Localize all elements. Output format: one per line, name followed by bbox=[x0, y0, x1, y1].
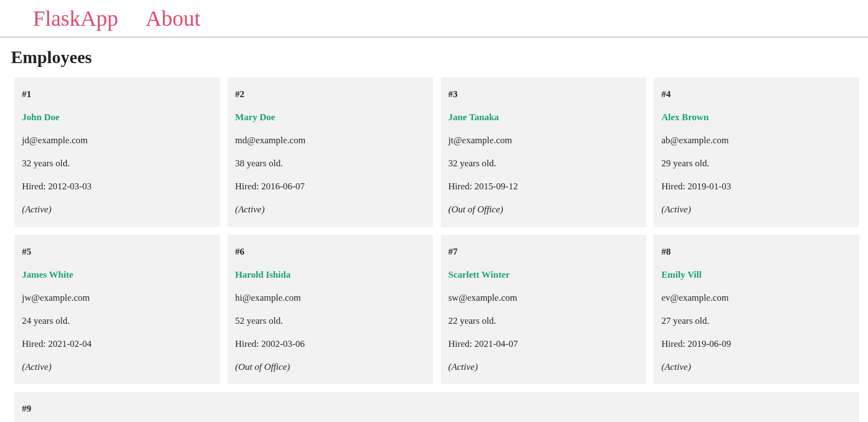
employee-age: 24 years old. bbox=[22, 315, 212, 327]
employee-email: hi@example.com bbox=[235, 292, 426, 304]
employee-status: (Active) bbox=[235, 204, 426, 216]
employee-age: 32 years old. bbox=[449, 157, 639, 170]
employee-age: 29 years old. bbox=[661, 157, 852, 170]
employee-card: #6Harold Ishidahi@example.com52 years ol… bbox=[228, 235, 433, 385]
employee-age: 22 years old. bbox=[449, 315, 639, 327]
page-title: Employees bbox=[11, 47, 863, 67]
brand-link[interactable]: FlaskApp bbox=[33, 5, 118, 31]
employee-card: #9 bbox=[14, 392, 859, 422]
employee-card: #5James Whitejw@example.com24 years old.… bbox=[14, 235, 220, 385]
employee-hired: Hired: 2016-06-07 bbox=[235, 181, 426, 193]
employee-email: md@example.com bbox=[235, 134, 426, 147]
employee-status: (Active) bbox=[22, 361, 212, 373]
employee-email: jw@example.com bbox=[22, 292, 212, 304]
employee-id: #5 bbox=[22, 246, 212, 258]
employee-hired: Hired: 2021-02-04 bbox=[22, 338, 212, 350]
employee-card: #3Jane Tanakajt@example.com32 years old.… bbox=[441, 77, 646, 227]
employee-id: #2 bbox=[235, 88, 426, 100]
employee-status: (Out of Office) bbox=[235, 361, 426, 373]
employee-grid: #1John Doejd@example.com32 years old.Hir… bbox=[11, 77, 863, 422]
employee-name: Jane Tanaka bbox=[449, 111, 639, 123]
employee-age: 38 years old. bbox=[235, 157, 426, 170]
employee-card: #1John Doejd@example.com32 years old.Hir… bbox=[14, 77, 220, 227]
employee-email: jd@example.com bbox=[22, 134, 212, 147]
employee-email: jt@example.com bbox=[449, 134, 639, 147]
employee-hired: Hired: 2019-06-09 bbox=[661, 338, 852, 350]
employee-name: Mary Doe bbox=[235, 111, 426, 123]
employee-hired: Hired: 2015-09-12 bbox=[449, 181, 639, 193]
employee-name: Alex Brown bbox=[661, 111, 852, 123]
employee-hired: Hired: 2002-03-06 bbox=[235, 338, 426, 350]
employee-status: (Active) bbox=[449, 361, 639, 373]
about-link[interactable]: About bbox=[146, 5, 201, 31]
employee-name: Scarlett Winter bbox=[449, 269, 639, 281]
employee-age: 27 years old. bbox=[661, 315, 852, 327]
employee-name: James White bbox=[22, 269, 212, 281]
employee-name: Harold Ishida bbox=[235, 269, 426, 281]
employee-hired: Hired: 2019-01-03 bbox=[661, 181, 852, 193]
employee-status: (Active) bbox=[661, 204, 852, 216]
employee-email: sw@example.com bbox=[449, 292, 639, 304]
employee-hired: Hired: 2012-03-03 bbox=[22, 181, 212, 193]
employee-id: #4 bbox=[661, 88, 852, 100]
employee-name: Emily Vill bbox=[661, 269, 852, 281]
employee-id: #3 bbox=[449, 88, 639, 100]
employee-id: #1 bbox=[22, 88, 212, 100]
employee-card: #2Mary Doemd@example.com38 years old.Hir… bbox=[228, 77, 433, 227]
employee-status: (Out of Office) bbox=[449, 204, 639, 216]
employee-card: #4Alex Brownab@example.com29 years old.H… bbox=[654, 77, 859, 227]
employee-id: #9 bbox=[22, 403, 852, 415]
employee-age: 32 years old. bbox=[22, 157, 212, 170]
employee-card: #8Emily Villev@example.com27 years old.H… bbox=[654, 235, 859, 385]
employee-age: 52 years old. bbox=[235, 315, 426, 327]
employee-id: #7 bbox=[449, 246, 639, 258]
employee-email: ab@example.com bbox=[661, 134, 852, 147]
employee-status: (Active) bbox=[22, 204, 212, 216]
employee-hired: Hired: 2021-04-07 bbox=[449, 338, 639, 350]
employee-id: #6 bbox=[235, 246, 426, 258]
employee-name: John Doe bbox=[22, 111, 212, 123]
employee-id: #8 bbox=[661, 246, 852, 258]
employee-status: (Active) bbox=[661, 361, 852, 373]
employee-card: #7Scarlett Wintersw@example.com22 years … bbox=[441, 235, 646, 385]
navbar: FlaskApp About bbox=[0, 0, 868, 37]
main-container: Employees #1John Doejd@example.com32 yea… bbox=[0, 37, 868, 422]
employee-email: ev@example.com bbox=[661, 292, 852, 304]
